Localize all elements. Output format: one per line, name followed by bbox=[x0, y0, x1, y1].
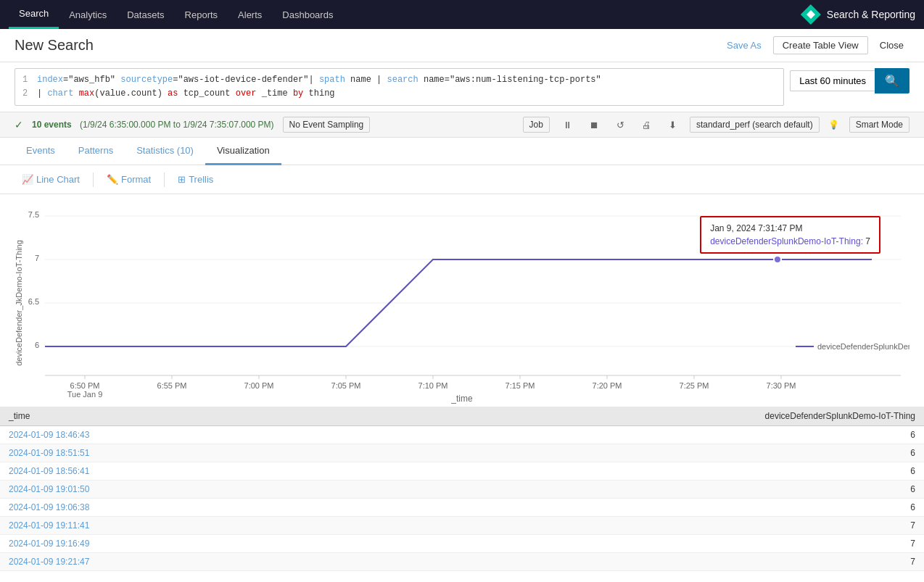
trellis-label: Trellis bbox=[189, 174, 213, 185]
svg-text:6.5: 6.5 bbox=[28, 297, 39, 306]
table-row: 2024-01-09 18:51:516 bbox=[0, 444, 924, 462]
svg-marker-0 bbox=[807, 10, 815, 19]
table-cell-time[interactable]: 2024-01-09 19:06:38 bbox=[0, 499, 341, 517]
viz-toolbar: 📈 Line Chart ✏️ Format ⊞ Trellis bbox=[0, 165, 924, 194]
col-device-header: deviceDefenderSplunkDemo-IoT-Thing bbox=[341, 407, 924, 426]
format-button[interactable]: ✏️ Format bbox=[99, 171, 158, 188]
export-button[interactable]: ⬇ bbox=[664, 117, 681, 133]
search-bar: 1 index="aws_hfb" sourcetype="aws-iot-de… bbox=[0, 62, 924, 112]
table-cell-time[interactable]: 2024-01-09 19:21:47 bbox=[0, 553, 341, 571]
time-range-button[interactable]: Last 60 minutes bbox=[790, 70, 875, 91]
close-button[interactable]: Close bbox=[874, 37, 909, 54]
svg-text:7:20 PM: 7:20 PM bbox=[593, 381, 622, 390]
job-button[interactable]: Job bbox=[523, 117, 550, 133]
data-table: _time deviceDefenderSplunkDemo-IoT-Thing… bbox=[0, 407, 924, 571]
perf-button[interactable]: standard_perf (search default) bbox=[690, 117, 820, 133]
create-table-button[interactable]: Create Table View bbox=[773, 36, 868, 54]
line-num-2: 2 bbox=[22, 87, 34, 101]
page-title: New Search bbox=[15, 37, 721, 54]
nav-reports[interactable]: Reports bbox=[175, 0, 228, 29]
table-cell-time[interactable]: 2024-01-09 19:16:49 bbox=[0, 535, 341, 553]
table-cell-time[interactable]: 2024-01-09 19:11:41 bbox=[0, 517, 341, 535]
svg-text:7:15 PM: 7:15 PM bbox=[506, 381, 535, 390]
table-row: 2024-01-09 19:01:506 bbox=[0, 481, 924, 499]
print-button[interactable]: 🖨 bbox=[638, 117, 656, 133]
svg-text:7:25 PM: 7:25 PM bbox=[680, 381, 709, 390]
table-row: 2024-01-09 18:56:416 bbox=[0, 462, 924, 481]
svg-text:7:05 PM: 7:05 PM bbox=[331, 381, 361, 390]
trellis-button[interactable]: ⊞ Trellis bbox=[170, 171, 220, 188]
viz-divider-2 bbox=[164, 172, 165, 187]
nav-dashboards[interactable]: Dashboards bbox=[272, 0, 343, 29]
svg-text:7:30 PM: 7:30 PM bbox=[767, 381, 796, 390]
refresh-button[interactable]: ↺ bbox=[612, 117, 629, 133]
table-cell-value: 6 bbox=[341, 426, 924, 444]
data-point bbox=[774, 256, 781, 263]
svg-text:Tue Jan 9: Tue Jan 9 bbox=[67, 390, 103, 397]
chart-tooltip: Jan 9, 2024 7:31:47 PM deviceDefenderSpl… bbox=[700, 216, 880, 254]
time-selector: Last 60 minutes 🔍 bbox=[790, 68, 909, 93]
table-cell-value: 7 bbox=[341, 535, 924, 553]
y-axis-label: deviceDefender_JkDemo-IoT-Thing bbox=[15, 241, 23, 367]
page-header: New Search Save As Create Table View Clo… bbox=[0, 29, 924, 62]
table-cell-time[interactable]: 2024-01-09 19:01:50 bbox=[0, 481, 341, 499]
query-line-2: | chart max(value.count) as tcp_count ov… bbox=[37, 87, 335, 101]
svg-text:deviceDefenderSplunkDemo-IoT-T: deviceDefenderSplunkDemo-IoT-Thing bbox=[817, 342, 909, 351]
save-as-button[interactable]: Save As bbox=[721, 37, 767, 54]
search-icon: 🔍 bbox=[885, 75, 899, 87]
svg-text:7:00 PM: 7:00 PM bbox=[244, 381, 274, 390]
format-label: Format bbox=[121, 174, 151, 185]
data-table-wrapper: _time deviceDefenderSplunkDemo-IoT-Thing… bbox=[0, 407, 924, 571]
table-cell-value: 6 bbox=[341, 462, 924, 481]
table-cell-value: 7 bbox=[341, 553, 924, 571]
table-cell-time[interactable]: 2024-01-09 18:56:41 bbox=[0, 462, 341, 481]
event-count: 10 events (1/9/24 6:35:00.000 PM to 1/9/… bbox=[32, 120, 274, 130]
format-icon: ✏️ bbox=[107, 174, 118, 185]
line-chart-label: Line Chart bbox=[36, 174, 80, 185]
table-row: 2024-01-09 19:21:477 bbox=[0, 553, 924, 571]
table-row: 2024-01-09 19:11:417 bbox=[0, 517, 924, 535]
event-count-bold: 10 events bbox=[32, 120, 72, 130]
trellis-icon: ⊞ bbox=[178, 174, 186, 185]
search-submit-button[interactable]: 🔍 bbox=[875, 68, 909, 93]
check-icon: ✓ bbox=[15, 119, 23, 130]
tab-patterns[interactable]: Patterns bbox=[67, 138, 125, 165]
col-time-header: _time bbox=[0, 407, 341, 426]
table-cell-value: 6 bbox=[341, 499, 924, 517]
bulb-icon: 💡 bbox=[828, 120, 839, 130]
tabs: Events Patterns Statistics (10) Visualiz… bbox=[0, 138, 924, 165]
table-cell-value: 6 bbox=[341, 444, 924, 462]
pause-button[interactable]: ⏸ bbox=[558, 117, 577, 133]
smart-mode-button[interactable]: Smart Mode bbox=[849, 117, 909, 133]
tooltip-series: deviceDefenderSplunkDemo-IoT-Thing: bbox=[710, 236, 863, 246]
chart-area: Jan 9, 2024 7:31:47 PM deviceDefenderSpl… bbox=[0, 194, 924, 404]
svg-text:6:55 PM: 6:55 PM bbox=[157, 381, 187, 390]
table-row: 2024-01-09 19:06:386 bbox=[0, 499, 924, 517]
status-bar: ✓ 10 events (1/9/24 6:35:00.000 PM to 1/… bbox=[0, 112, 924, 138]
table-cell-value: 7 bbox=[341, 517, 924, 535]
svg-text:7.5: 7.5 bbox=[28, 210, 39, 219]
table-cell-value: 6 bbox=[341, 481, 924, 499]
header-actions: Save As Create Table View Close bbox=[721, 36, 909, 54]
search-input[interactable]: 1 index="aws_hfb" sourcetype="aws-iot-de… bbox=[15, 68, 784, 106]
svg-text:7: 7 bbox=[35, 254, 39, 262]
nav-alerts[interactable]: Alerts bbox=[228, 0, 272, 29]
line-chart-button[interactable]: 📈 Line Chart bbox=[15, 171, 87, 188]
nav-analytics[interactable]: Analytics bbox=[59, 0, 117, 29]
query-line-1: index="aws_hfb" sourcetype="aws-iot-devi… bbox=[37, 73, 601, 87]
tooltip-number: 7 bbox=[865, 236, 870, 246]
tab-visualization[interactable]: Visualization bbox=[205, 138, 281, 165]
table-cell-time[interactable]: 2024-01-09 18:51:51 bbox=[0, 444, 341, 462]
table-cell-time[interactable]: 2024-01-09 18:46:43 bbox=[0, 426, 341, 444]
line-num-1: 1 bbox=[22, 73, 34, 87]
table-row: 2024-01-09 18:46:436 bbox=[0, 426, 924, 444]
nav-search[interactable]: Search bbox=[9, 0, 59, 29]
stop-button[interactable]: ⏹ bbox=[585, 117, 603, 133]
brand: Search & Reporting bbox=[801, 4, 915, 25]
svg-text:7:10 PM: 7:10 PM bbox=[418, 381, 448, 390]
nav-datasets[interactable]: Datasets bbox=[117, 0, 174, 29]
event-sampling-button[interactable]: No Event Sampling bbox=[283, 117, 371, 133]
table-header-row: _time deviceDefenderSplunkDemo-IoT-Thing bbox=[0, 407, 924, 426]
tab-events[interactable]: Events bbox=[15, 138, 67, 165]
tab-statistics[interactable]: Statistics (10) bbox=[125, 138, 205, 165]
